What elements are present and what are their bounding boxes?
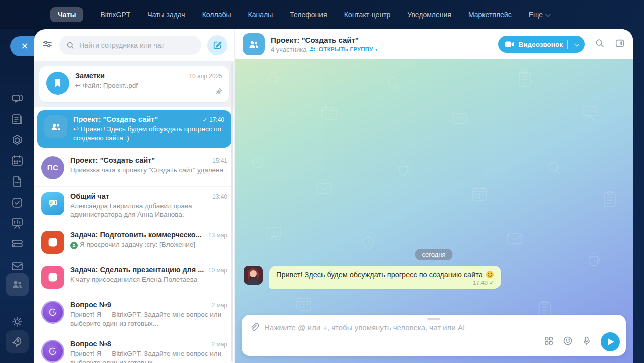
left-icon-rail bbox=[0, 29, 34, 363]
whiteboard-icon[interactable] bbox=[11, 217, 24, 230]
attach-file-icon[interactable] bbox=[250, 323, 259, 332]
document-icon[interactable] bbox=[11, 175, 24, 188]
group-avatar-icon bbox=[44, 115, 67, 138]
people-icon[interactable] bbox=[11, 278, 24, 291]
chat-time-read: 17:40 bbox=[203, 116, 224, 123]
search-in-chat-button[interactable] bbox=[595, 38, 605, 50]
list-item-project-ps[interactable]: ПС Проект: "Создать сайт"15:41 Привязка … bbox=[34, 151, 234, 186]
chat-date: 10 мар bbox=[208, 267, 227, 274]
list-item-question-9[interactable]: Вопрос №92 мар Привет! Я — BitrixGPT. За… bbox=[34, 295, 234, 334]
tab-notifications[interactable]: Уведомления bbox=[407, 11, 451, 19]
tab-task-chats[interactable]: Чаты задач bbox=[147, 11, 185, 19]
top-navigation: Чаты BitrixGPT Чаты задач Коллабы Каналы… bbox=[0, 0, 644, 29]
microphone-icon[interactable] bbox=[582, 336, 592, 348]
group-mini-icon bbox=[309, 46, 316, 53]
members-count: 4 участника bbox=[271, 46, 306, 53]
list-item-body: Проект: "Создать сайт"15:41 Привязка чат… bbox=[70, 156, 227, 175]
chat-date: 2 мар bbox=[211, 302, 227, 309]
tab-chats[interactable]: Чаты bbox=[50, 7, 83, 22]
tab-more[interactable]: Еще bbox=[529, 11, 550, 19]
drive-icon[interactable] bbox=[11, 237, 24, 250]
chat-last-message: Привет! Я — BitrixGPT. Задайте мне вопро… bbox=[70, 310, 227, 328]
filter-icon[interactable] bbox=[41, 38, 53, 52]
video-camera-icon bbox=[505, 41, 514, 48]
tab-telephony[interactable]: Телефония bbox=[290, 11, 327, 19]
hexagon-icon[interactable] bbox=[11, 134, 24, 147]
search-input[interactable] bbox=[79, 41, 194, 49]
chat-title: Задача: Подготовить коммерческо... bbox=[70, 231, 204, 239]
selected-chat-card[interactable]: Проект: "Создать сайт"17:40 Привет! Здес… bbox=[37, 110, 231, 148]
bitrixgpt-avatar-icon bbox=[41, 340, 64, 363]
chat-list-header bbox=[34, 29, 234, 61]
chat-title: Проект: "Создать сайт" bbox=[70, 156, 208, 164]
chat-title: Вопрос №8 bbox=[70, 340, 207, 348]
composer-resize-handle[interactable] bbox=[427, 318, 440, 320]
conversation-title: Проект: "Создать сайт" bbox=[271, 36, 377, 44]
send-message-button[interactable] bbox=[601, 332, 620, 351]
tab-collabs[interactable]: Коллабы bbox=[202, 11, 231, 19]
chat-time: 13:40 bbox=[212, 193, 227, 200]
apps-grid-icon[interactable] bbox=[544, 336, 554, 348]
bookmark-avatar-icon bbox=[46, 72, 69, 95]
chevron-down-icon[interactable] bbox=[574, 41, 579, 46]
chat-last-message: Привет! Здесь будем обсуждать прогресс п… bbox=[73, 125, 224, 143]
chat-last-message-text: Я просрочил задачу :cry: [Вложение] bbox=[80, 241, 195, 248]
mail-icon[interactable] bbox=[11, 260, 24, 273]
pinned-chat-card[interactable]: Заметки10 апр 2025 Файл: Проект..pdf bbox=[39, 66, 229, 102]
chat-last-message: Александра Гаврилова добавил права админ… bbox=[70, 202, 227, 220]
conversation-title-block: Проект: "Создать сайт" 4 участника ОТКРЫ… bbox=[271, 36, 377, 53]
read-check-icon: ✓ bbox=[489, 280, 494, 286]
tab-channels[interactable]: Каналы bbox=[248, 11, 273, 19]
chat-title: Вопрос №9 bbox=[70, 301, 207, 309]
tab-more-label: Еще bbox=[529, 11, 543, 19]
list-item-question-8[interactable]: Вопрос №82 мар Привет! Я — BitrixGPT. За… bbox=[34, 334, 234, 363]
tab-bitrixgpt[interactable]: BitrixGPT bbox=[100, 11, 130, 19]
open-group-label: ОТКРЫТЬ ГРУППУ bbox=[318, 46, 373, 52]
chat-list-scrollbar[interactable] bbox=[231, 62, 233, 362]
open-group-link[interactable]: ОТКРЫТЬ ГРУППУ › bbox=[309, 46, 377, 53]
new-chat-button[interactable] bbox=[207, 35, 227, 55]
message-bubble[interactable]: Привет! Здесь будем обсуждать прогресс п… bbox=[269, 266, 501, 289]
side-panel-toggle-button[interactable] bbox=[615, 38, 625, 50]
chat-list-pane: Заметки10 апр 2025 Файл: Проект..pdf Про… bbox=[34, 29, 235, 363]
message-text: Привет! Здесь будем обсуждать прогресс п… bbox=[276, 271, 483, 279]
sender-avatar[interactable] bbox=[244, 266, 263, 285]
search-bar[interactable] bbox=[59, 36, 201, 55]
tab-marketplace[interactable]: Маркетплейс bbox=[468, 11, 512, 19]
message-time: 17:40 bbox=[473, 280, 488, 286]
message-area: сегодня Привет! Здесь будем обсуждать пр… bbox=[235, 59, 633, 363]
list-item-body: Заметки10 апр 2025 Файл: Проект..pdf bbox=[75, 72, 222, 90]
group-avatar-icon[interactable] bbox=[243, 33, 265, 55]
tab-contact-center[interactable]: Контакт-центр bbox=[344, 11, 391, 19]
message-composer[interactable] bbox=[242, 315, 626, 356]
date-separator: сегодня bbox=[415, 249, 453, 260]
list-item-body: Вопрос №82 мар Привет! Я — BitrixGPT. За… bbox=[70, 340, 227, 363]
list-item-task-commercial[interactable]: Задача: Подготовить коммерческо...13 мар… bbox=[34, 225, 234, 260]
chat-title: Проект: "Создать сайт" bbox=[73, 115, 199, 123]
task-avatar-icon bbox=[41, 266, 64, 289]
chevron-down-icon bbox=[545, 11, 551, 16]
list-item-general-chat[interactable]: Общий чат13:40 Александра Гаврилова доба… bbox=[34, 186, 234, 225]
calendar-icon[interactable] bbox=[11, 154, 24, 167]
chat-last-message: Привязка чата к проекту "Создать сайт" у… bbox=[70, 166, 227, 175]
chat-last-message: Я просрочил задачу :cry: [Вложение] bbox=[70, 240, 227, 249]
list-item-project-site[interactable]: Проект: "Создать сайт"17:40 Привет! Здес… bbox=[37, 110, 231, 148]
rocket-icon[interactable] bbox=[11, 335, 24, 348]
tasks-icon[interactable] bbox=[11, 196, 24, 209]
news-feed-icon[interactable] bbox=[11, 113, 24, 126]
message-input[interactable] bbox=[264, 323, 618, 332]
list-item-notes[interactable]: Заметки10 апр 2025 Файл: Проект..pdf bbox=[39, 66, 229, 102]
initials-avatar: ПС bbox=[41, 156, 64, 179]
user-badge-icon bbox=[70, 242, 78, 249]
list-item-task-presentation[interactable]: Задача: Сделать презентацию для ...10 ма… bbox=[34, 260, 234, 295]
chat-date: 10 апр 2025 bbox=[189, 73, 222, 80]
settings-gear-icon[interactable] bbox=[11, 315, 24, 328]
chats-icon[interactable] bbox=[11, 93, 24, 106]
chat-title: Задача: Сделать презентацию для ... bbox=[70, 266, 204, 274]
conversation-header: Проект: "Создать сайт" 4 участника ОТКРЫ… bbox=[235, 29, 633, 59]
video-call-button[interactable]: Видеозвонок bbox=[498, 36, 585, 53]
pinned-section: Заметки10 апр 2025 Файл: Проект..pdf bbox=[34, 61, 234, 107]
emoji-picker-icon[interactable] bbox=[563, 336, 573, 348]
chat-date: 2 мар bbox=[211, 341, 227, 348]
chat-title: Заметки bbox=[75, 72, 185, 80]
